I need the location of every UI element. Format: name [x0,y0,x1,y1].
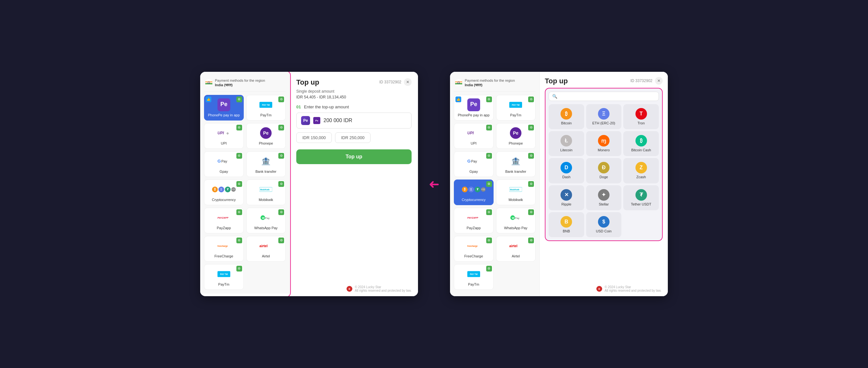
upi-label: UPI [221,141,227,145]
topup-button[interactable]: Top up [296,149,411,164]
tron-icon: T [636,108,647,119]
settings-icon[interactable]: ⚙ [278,96,284,102]
payment-item-gpay-r[interactable]: ⚙ G Pay Gpay [454,151,494,177]
payment-item-freecharge-r[interactable]: ⚙ freecharge FreeCharge [454,236,494,261]
crypto-item-ripple[interactable]: ✕Ripple [549,185,584,210]
crypto-item-monero[interactable]: ɱMonero [586,131,622,156]
payment-item-upi-r[interactable]: ⚙ UPI UPI [454,123,494,149]
crypto-item-bnb[interactable]: BBNB [549,212,584,237]
close-button[interactable]: ✕ [404,78,411,86]
quick-amount-2[interactable]: IDR 250,000 [335,132,371,143]
crypto-item-bitcoin[interactable]: ₿Bitcoin [549,104,584,129]
settings-icon[interactable]: ⚙ [237,181,242,187]
phonepe-img-icon: Pe [313,117,320,124]
phonepe-icon-r: Pe [509,126,522,139]
crypto-item-zcash[interactable]: ZZcash [623,158,659,183]
dash-label: Dash [562,175,570,179]
settings-icon[interactable]: ⚙ [278,153,284,159]
tron-label: Tron [638,121,645,125]
crypto-icon-r: ₿ Ξ ₮ +11 [467,183,480,196]
settings-icon[interactable]: ⚙ [237,125,242,131]
ripple-label: Ripple [561,202,571,206]
payment-item-phonepe-app[interactable]: 👍 ⚙ Pe PhonePe pay in app [204,95,244,120]
settings-icon[interactable]: ⚙ [237,266,242,272]
payment-item-payzapp[interactable]: ⚙ PAYZAPP PayZapp [204,208,244,233]
payment-item-airtel-r[interactable]: ⚙ airtel Airtel [496,236,536,261]
search-icon: 🔍 [552,94,557,99]
payment-item-mobikwik[interactable]: ⚙ MobiKwik Mobikwik [246,179,286,205]
payment-item-paytm[interactable]: ⚙ PAY TM PayTm [246,95,286,120]
payment-item-crypto-r[interactable]: ⚙ ₿ Ξ ₮ +11 Cryptocurrency [454,179,494,205]
mobikwik-label-r: Mobikwik [508,198,523,202]
bnb-icon: B [560,216,572,228]
payment-item-paytm-r[interactable]: ⚙ PAY TM PayTm [496,95,536,120]
settings-icon[interactable]: ⚙ [278,181,284,187]
crypto-search-input[interactable] [559,94,655,99]
settings-icon-r[interactable]: ⚙ [528,153,534,159]
payment-item-phonepe-r[interactable]: ⚙ Pe Phonepe [496,123,536,149]
tether-icon: ₮ [636,189,647,201]
crypto-search-container: 🔍 [549,92,659,101]
svg-text:Pe: Pe [513,131,519,136]
payment-item-paytm-bottom-r[interactable]: ⚙ PAY TM PayTm [454,264,494,290]
upi-label-r: UPI [471,141,476,145]
phonepe-label-r: Phonepe [508,141,523,145]
settings-icon-r[interactable]: ⚙ [528,209,534,215]
crypto-item-tether[interactable]: ₮Tether USDT [623,185,659,210]
settings-icon-r[interactable]: ⚙ [528,181,534,187]
settings-icon[interactable]: ⚙ [237,209,242,215]
settings-icon-r[interactable]: ⚙ [486,237,492,243]
settings-icon-r[interactable]: ⚙ [528,237,534,243]
whatsapp-label: WhatsApp Pay [254,226,278,230]
settings-icon-r[interactable]: ⚙ [486,181,492,187]
crypto-item-eth[interactable]: ΞETH (ERC-20) [586,104,622,129]
payment-item-bank[interactable]: ⚙ 🏦 Bank transfer [246,151,286,177]
bitcoin-cash-icon: ₿ [636,135,647,146]
settings-icon-r[interactable]: ⚙ [486,266,492,272]
crypto-item-dash[interactable]: DDash [549,158,584,183]
quick-amounts-row: IDR 150,000 IDR 250,000 [296,132,411,143]
payment-item-gpay[interactable]: ⚙ G Pay Gpay [204,151,244,177]
crypto-item-stellar[interactable]: ✦Stellar [586,185,622,210]
payment-item-upi[interactable]: ⚙ UPI ⚙ UPI [204,123,244,149]
crypto-item-tron[interactable]: TTron [623,104,659,129]
payment-item-bank-r[interactable]: ⚙ 🏦 Bank transfer [496,151,536,177]
settings-icon-r[interactable]: ⚙ [528,125,534,131]
dash-icon: D [560,162,572,173]
payment-item-crypto[interactable]: ⚙ ₿ Ξ ₮ +11 Cryptocurrency [204,179,244,205]
close-button-right[interactable]: ✕ [655,77,663,85]
payment-item-paytm-bottom[interactable]: ⚙ PAY TM PayTm [204,264,244,290]
payment-item-whatsapp[interactable]: ⚙ W Pay WhatsApp Pay [246,208,286,233]
settings-icon-r[interactable]: ⚙ [486,125,492,131]
settings-icon-r[interactable]: ⚙ [486,96,492,102]
crypto-item-doge[interactable]: ÐDoge [586,158,622,183]
topup-header-right: Top up ID 33732902 ✕ [545,77,663,85]
settings-icon-r[interactable]: ⚙ [486,153,492,159]
payment-item-freecharge[interactable]: ⚙ freecharge FreeCharge [204,236,244,261]
airtel-icon: airtel [259,239,272,252]
paytm-bottom-icon-r: PAY TM [467,268,480,281]
phonepe-amount-icon: Pe [301,116,310,125]
crypto-item-bitcoin-cash[interactable]: ₿Bitcoin Cash [623,131,659,156]
settings-icon[interactable]: ⚙ [237,96,242,102]
upi-icon-r: UPI [467,126,480,139]
settings-icon-r[interactable]: ⚙ [486,209,492,215]
settings-icon[interactable]: ⚙ [278,209,284,215]
payment-item-phonepe[interactable]: ⚙ Pe Phonepe [246,123,286,149]
settings-icon[interactable]: ⚙ [278,237,284,243]
crypto-item-litecoin[interactable]: ŁLitecoin [549,131,584,156]
payment-item-mobikwik-r[interactable]: ⚙ MobiKwik Mobikwik [496,179,536,205]
payment-item-airtel[interactable]: ⚙ airtel Airtel [246,236,286,261]
settings-icon[interactable]: ⚙ [278,125,284,131]
bank-label-r: Bank transfer [505,170,526,173]
payment-item-phonepe-app-r[interactable]: 👍 ⚙ Pe PhonePe pay in app [454,95,494,120]
settings-icon[interactable]: ⚙ [237,237,242,243]
payment-item-whatsapp-r[interactable]: ⚙ W Pay WhatsApp Pay [496,208,536,233]
crypto-item-usdcoin[interactable]: $USD Coin [586,212,622,237]
quick-amount-1[interactable]: IDR 150,000 [296,132,332,143]
settings-icon[interactable]: ⚙ [237,153,242,159]
whatsapp-icon-r: W Pay [509,211,522,224]
payment-item-payzapp-r[interactable]: ⚙ PAYZAPP PayZapp [454,208,494,233]
payment-methods-grid-left: 👍 ⚙ Pe PhonePe pay in app ⚙ [204,95,286,290]
settings-icon-r[interactable]: ⚙ [528,96,534,102]
